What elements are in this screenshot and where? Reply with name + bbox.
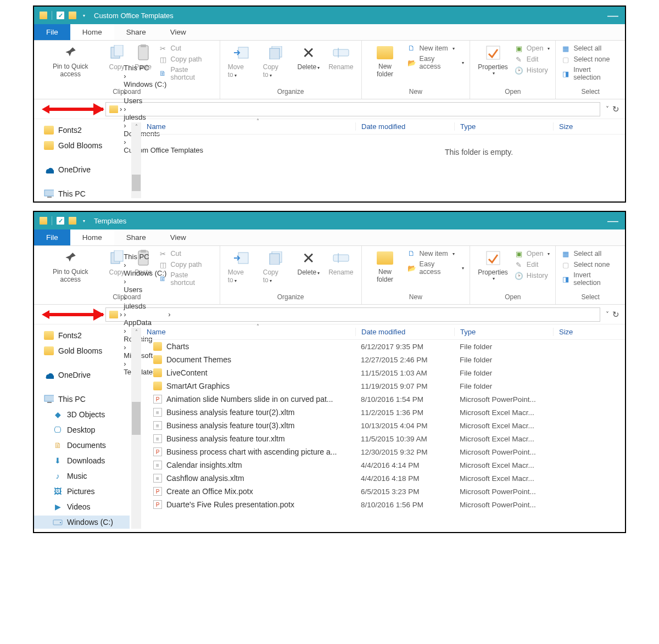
file-row[interactable]: PCreate an Office Mix.potx6/5/2015 3:23 … — [141, 485, 625, 498]
file-row[interactable]: ≡Cashflow analysis.xltm4/4/2016 4:18 PMM… — [141, 472, 625, 485]
select-none-button[interactable]: ▢Select none — [561, 260, 619, 269]
delete-button[interactable]: ✕ Delete▾ — [295, 44, 322, 71]
chevron-right-icon[interactable]: › — [124, 261, 126, 269]
file-row[interactable]: Document Themes12/27/2015 2:46 PMFile fo… — [141, 353, 625, 366]
history-dropdown-icon[interactable]: ˅ — [606, 105, 609, 113]
breadcrumb-segment[interactable]: Windows (C:) — [124, 80, 203, 88]
nav-item[interactable]: OneDrive — [34, 368, 130, 382]
breadcrumb-segment[interactable]: Users — [124, 285, 166, 294]
tab-share[interactable]: Share — [114, 229, 158, 245]
select-none-button[interactable]: ▢Select none — [561, 55, 619, 64]
rename-button[interactable]: Rename — [326, 249, 355, 276]
col-size[interactable]: Size — [553, 328, 625, 336]
new-item-button[interactable]: 🗋New item▾ — [407, 44, 465, 53]
nav-item[interactable]: This PC — [34, 393, 130, 406]
file-row[interactable]: Charts6/12/2017 9:35 PMFile folder — [141, 340, 625, 353]
move-to-button[interactable]: Move to▾ — [226, 44, 256, 79]
breadcrumb-segment[interactable]: Windows (C:) — [124, 269, 166, 277]
nav-item[interactable]: ◆3D Objects — [34, 408, 130, 421]
open-button[interactable]: ▣Open▾ — [515, 249, 550, 258]
file-row[interactable]: LiveContent11/15/2015 1:03 AMFile folder — [141, 366, 625, 379]
qat-customize-icon[interactable]: ▾ — [81, 219, 87, 223]
history-button[interactable]: 🕑History — [515, 66, 550, 75]
copy-path-button[interactable]: ◫Copy path — [159, 260, 214, 269]
select-all-button[interactable]: ▦Select all — [561, 249, 619, 258]
nav-item[interactable]: ♪Music — [34, 469, 130, 483]
tab-file[interactable]: File — [34, 229, 70, 245]
col-name[interactable]: Name — [141, 328, 355, 336]
qat-properties-icon[interactable]: ✓ — [57, 217, 64, 225]
pin-to-quick-access-button[interactable]: Pin to Quick access — [40, 44, 102, 79]
tab-file[interactable]: File — [34, 24, 70, 40]
history-button[interactable]: 🕑History — [515, 271, 550, 280]
copy-path-button[interactable]: ◫Copy path — [159, 55, 214, 64]
nav-item[interactable]: This PC — [34, 187, 130, 200]
breadcrumb-bar[interactable]: › This PC›Windows (C:)›Users›julesds›App… — [105, 307, 600, 322]
chevron-right-icon[interactable]: › — [124, 88, 126, 97]
file-row[interactable]: ≡Business analysis feature tour(3).xltm1… — [141, 419, 625, 432]
minimize-button[interactable]: ― — [601, 12, 625, 19]
nav-item[interactable]: 🖼Pictures — [34, 485, 130, 498]
rename-button[interactable]: Rename — [326, 44, 355, 71]
chevron-right-icon[interactable]: › — [120, 310, 122, 318]
file-row[interactable]: ≡Business analysis feature tour(2).xltm1… — [141, 406, 625, 419]
breadcrumb-segment[interactable]: This PC — [124, 253, 166, 261]
move-to-button[interactable]: Move to▾ — [226, 249, 256, 284]
chevron-right-icon[interactable]: › — [120, 105, 122, 113]
chevron-right-icon[interactable]: › — [124, 105, 126, 113]
tab-home[interactable]: Home — [70, 24, 114, 40]
qat-newfolder-icon[interactable] — [69, 12, 76, 19]
refresh-icon[interactable]: ↻ — [612, 104, 619, 114]
cut-button[interactable]: ✂Cut — [159, 249, 214, 258]
new-item-button[interactable]: 🗋New item▾ — [407, 249, 465, 258]
invert-selection-button[interactable]: ◨Invert selection — [561, 66, 619, 81]
col-size[interactable]: Size — [553, 122, 625, 131]
chevron-right-icon[interactable]: › — [168, 310, 170, 318]
nav-item[interactable]: Windows (C:) — [34, 516, 130, 529]
nav-scrollbar[interactable]: ˄ — [131, 328, 141, 529]
file-row[interactable]: ≡Calendar insights.xltm4/4/2016 4:14 PMM… — [141, 458, 625, 472]
cut-button[interactable]: ✂Cut — [159, 44, 214, 53]
file-row[interactable]: SmartArt Graphics11/19/2015 9:07 PMFile … — [141, 379, 625, 393]
breadcrumb-bar[interactable]: › This PC›Windows (C:)›Users›julesds›Doc… — [105, 102, 600, 116]
breadcrumb-segment[interactable]: julesds — [124, 302, 166, 310]
select-all-button[interactable]: ▦Select all — [561, 44, 619, 53]
col-name[interactable]: Name — [141, 122, 355, 131]
nav-item[interactable]: 🗎Documents — [34, 439, 130, 452]
file-row[interactable]: PDuarte's Five Rules presentation.potx8/… — [141, 498, 625, 511]
nav-item[interactable]: Fonts2 — [34, 124, 130, 137]
file-row[interactable]: ≡Business analysis feature tour.xltm11/5… — [141, 432, 625, 445]
chevron-right-icon[interactable]: › — [124, 277, 126, 285]
col-date[interactable]: Date modified — [355, 122, 454, 131]
nav-item[interactable]: OneDrive — [34, 163, 130, 176]
history-dropdown-icon[interactable]: ˅ — [606, 311, 609, 318]
qat-properties-icon[interactable]: ✓ — [57, 12, 64, 19]
tab-home[interactable]: Home — [70, 229, 114, 245]
tab-view[interactable]: View — [158, 229, 198, 245]
file-row[interactable]: PAnimation slide Numbers slide in on cur… — [141, 393, 625, 406]
properties-button[interactable]: Properties▾ — [476, 44, 510, 76]
breadcrumb-segment[interactable]: This PC — [124, 64, 203, 72]
breadcrumb-segment[interactable]: Users — [124, 97, 203, 105]
edit-button[interactable]: ✎Edit — [515, 55, 550, 64]
edit-button[interactable]: ✎Edit — [515, 260, 550, 269]
new-folder-button[interactable]: New folder — [367, 44, 403, 79]
nav-item[interactable]: ▶Videos — [34, 500, 130, 513]
properties-button[interactable]: Properties▾ — [476, 249, 510, 281]
easy-access-button[interactable]: 📂Easy access▾ — [407, 55, 465, 70]
nav-item[interactable]: Gold Blooms — [34, 139, 130, 152]
qat-customize-icon[interactable]: ▾ — [81, 13, 87, 18]
new-folder-button[interactable]: New folder — [367, 249, 403, 284]
nav-item[interactable]: Fonts2 — [34, 329, 130, 342]
col-type[interactable]: Type — [454, 328, 553, 336]
nav-item[interactable]: 🖵Desktop — [34, 423, 130, 436]
copy-to-button[interactable]: Copy to▾ — [261, 249, 291, 284]
easy-access-button[interactable]: 📂Easy access▾ — [407, 260, 465, 276]
pin-to-quick-access-button[interactable]: Pin to Quick access — [40, 249, 102, 284]
tab-share[interactable]: Share — [114, 24, 158, 40]
delete-button[interactable]: ✕Delete▾ — [295, 249, 322, 276]
chevron-right-icon[interactable]: › — [124, 310, 126, 318]
refresh-icon[interactable]: ↻ — [612, 310, 619, 320]
open-button[interactable]: ▣Open▾ — [515, 44, 550, 53]
col-type[interactable]: Type — [454, 122, 553, 131]
